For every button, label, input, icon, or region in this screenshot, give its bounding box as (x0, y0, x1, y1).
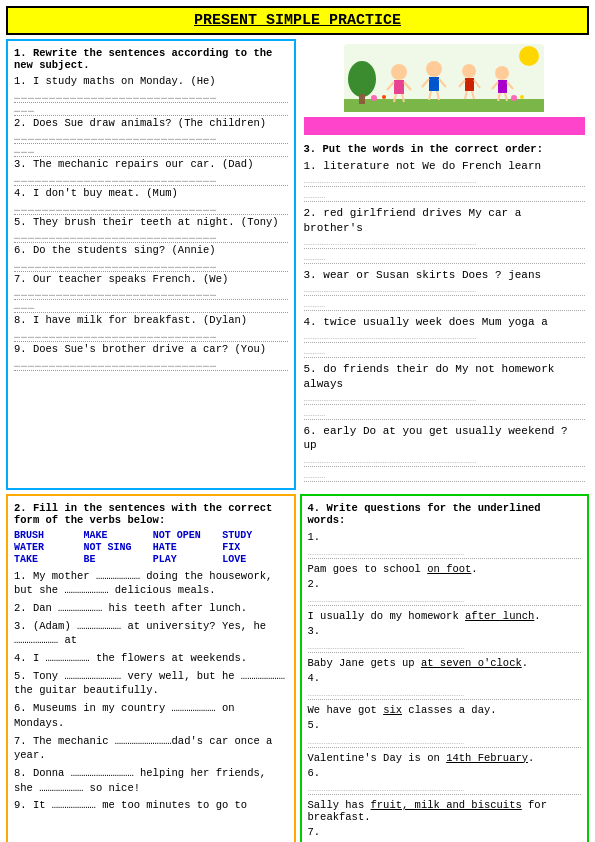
section3-item: 2. red girlfriend drives My car a brothe… (304, 206, 586, 235)
answer-line[interactable]: …………………………………………………………………………… (308, 642, 582, 653)
title-text: PRESENT SIMPLE PRACTICE (194, 12, 401, 29)
section1-item: 2. Does Sue draw animals? (The children) (14, 117, 288, 131)
question-number: 1. (308, 531, 321, 543)
answer-line[interactable]: …………………………………………………………………………………… (304, 176, 586, 187)
verb-item: HATE (153, 542, 218, 553)
section-questions: 4. Write questions for the underlined wo… (300, 494, 590, 842)
verb-item: TAKE (14, 554, 79, 565)
question-number: 2. (308, 578, 321, 590)
answer-line[interactable]: ……… (14, 301, 288, 313)
section3-items: 1. literature not We do French learn…………… (304, 159, 586, 482)
question-number: 6. (308, 767, 321, 779)
verb-item: FIX (222, 542, 287, 553)
section-fill: 2. Fill in the sentences with the correc… (6, 494, 296, 842)
answer-line[interactable]: ………… (304, 409, 586, 420)
answer-line[interactable]: …………………………………………………………………………… (14, 203, 288, 215)
svg-point-29 (371, 95, 377, 101)
svg-rect-12 (429, 77, 439, 91)
section1-item: 5. They brush their teeth at night. (Ton… (14, 216, 288, 230)
answer-line[interactable]: …………………………………………………………………………… (14, 288, 288, 300)
answer-line[interactable]: …………………………………………………………………………… (14, 330, 288, 342)
question-number: 4. (308, 672, 321, 684)
sentence-text: I usually do my homework after lunch. (308, 610, 582, 622)
answer-line[interactable]: ………… (304, 191, 586, 202)
section3-item: 1. literature not We do French learn (304, 159, 586, 173)
page-title: PRESENT SIMPLE PRACTICE (6, 6, 589, 35)
answer-line[interactable]: …………………………………………………………………………… (14, 132, 288, 144)
answer-line[interactable]: ………… (304, 471, 586, 482)
section4-item: 2. (308, 577, 582, 591)
svg-point-11 (426, 61, 442, 77)
svg-point-23 (495, 66, 509, 80)
answer-line[interactable]: …………………………………………………………………………… (14, 260, 288, 272)
section3-instruction: 3. Put the words in the correct order: (304, 143, 586, 155)
section4-items: 1.……………………………………………………………………………Pam goes … (308, 530, 582, 842)
answer-line[interactable]: …………………………………………………………………………… (308, 784, 582, 795)
answer-line[interactable]: ……… (14, 145, 288, 157)
answer-line[interactable]: …………………………………………………………………………… (308, 595, 582, 606)
verb-item: NOT OPEN (153, 530, 218, 541)
sentence-text: Pam goes to school on foot. (308, 563, 582, 575)
verb-item: BRUSH (14, 530, 79, 541)
question-number: 3. (308, 625, 321, 637)
svg-rect-24 (498, 80, 507, 93)
section1-item: 1. I study maths on Monday. (He) (14, 75, 288, 89)
section-rewrite: 1. Rewrite the sentences according to th… (6, 39, 296, 490)
section2-item: 9. It ………………… me too minutes to go to (14, 798, 288, 813)
answer-line[interactable]: …………………………………………………………………………………… (304, 456, 586, 467)
verb-item: BE (83, 554, 148, 565)
answer-line[interactable]: …………………………………………………………………………… (14, 174, 288, 186)
section4-item: 7. (308, 825, 582, 839)
sentence-text: Baby Jane gets up at seven o'clock. (308, 657, 582, 669)
section1-item: 7. Our teacher speaks French. (We) (14, 273, 288, 287)
section3: 3. Put the words in the correct order: 1… (304, 139, 586, 486)
verb-list: BRUSHMAKENOT OPENSTUDYWATERNOT SINGHATEF… (14, 530, 288, 565)
section2-item: 3. (Adam) ………………… at university? Yes, he… (14, 619, 288, 648)
section1-item: 9. Does Sue's brother drive a car? (You) (14, 343, 288, 357)
section1-item: 3. The mechanic repairs our car. (Dad) (14, 158, 288, 172)
answer-line[interactable]: …………………………………………………………………………… (308, 737, 582, 748)
svg-point-30 (382, 95, 386, 99)
answer-line[interactable]: …………………………………………………………………………………… (304, 285, 586, 296)
answer-line[interactable]: ……… (14, 104, 288, 116)
section4-item: 4. (308, 671, 582, 685)
verb-item: STUDY (222, 530, 287, 541)
section2-item: 2. Dan ………………… his teeth after lunch. (14, 601, 288, 616)
section4-item: 5. (308, 718, 582, 732)
section4-instruction: 4. Write questions for the underlined wo… (308, 502, 582, 526)
section1-items: 1. I study maths on Monday. (He)……………………… (14, 75, 288, 371)
svg-point-17 (462, 64, 476, 78)
answer-line[interactable]: ………… (304, 347, 586, 358)
sentence-text: Valentine's Day is on 14th February. (308, 752, 582, 764)
section1-item: 6. Do the students sing? (Annie) (14, 244, 288, 258)
page: PRESENT SIMPLE PRACTICE 1. Rewrite the s… (6, 6, 589, 842)
section2-item: 1. My mother ………………… doing the housework… (14, 569, 288, 598)
section2-items: 1. My mother ………………… doing the housework… (14, 569, 288, 813)
answer-line[interactable]: …………………………………………………………………………………… (304, 394, 586, 405)
verb-item: LOVE (222, 554, 287, 565)
illustration-svg (344, 44, 544, 112)
answer-line[interactable]: …………………………………………………………………………… (14, 91, 288, 103)
svg-rect-18 (465, 78, 474, 91)
answer-line[interactable]: ………… (304, 300, 586, 311)
svg-point-2 (348, 61, 376, 97)
svg-rect-3 (359, 94, 365, 104)
section2-item: 7. The mechanic ………………………dad's car once … (14, 734, 288, 763)
section2-item: 8. Donna ………………………… helping her friends,… (14, 766, 288, 795)
verb-item: PLAY (153, 554, 218, 565)
svg-point-5 (391, 64, 407, 80)
svg-point-31 (511, 95, 517, 101)
answer-line[interactable]: …………………………………………………………………………………… (304, 238, 586, 249)
svg-point-32 (520, 95, 524, 99)
answer-line[interactable]: ………… (304, 253, 586, 264)
section2-item: 4. I ………………… the flowers at weekends. (14, 651, 288, 666)
question-number: 7. (308, 826, 321, 838)
svg-point-4 (519, 46, 539, 66)
svg-rect-6 (394, 80, 404, 94)
answer-line[interactable]: …………………………………………………………………………… (308, 548, 582, 559)
question-number: 5. (308, 719, 321, 731)
answer-line[interactable]: …………………………………………………………………………… (308, 689, 582, 700)
answer-line[interactable]: …………………………………………………………………………… (14, 231, 288, 243)
answer-line[interactable]: …………………………………………………………………………… (14, 359, 288, 371)
answer-line[interactable]: …………………………………………………………………………………… (304, 332, 586, 343)
